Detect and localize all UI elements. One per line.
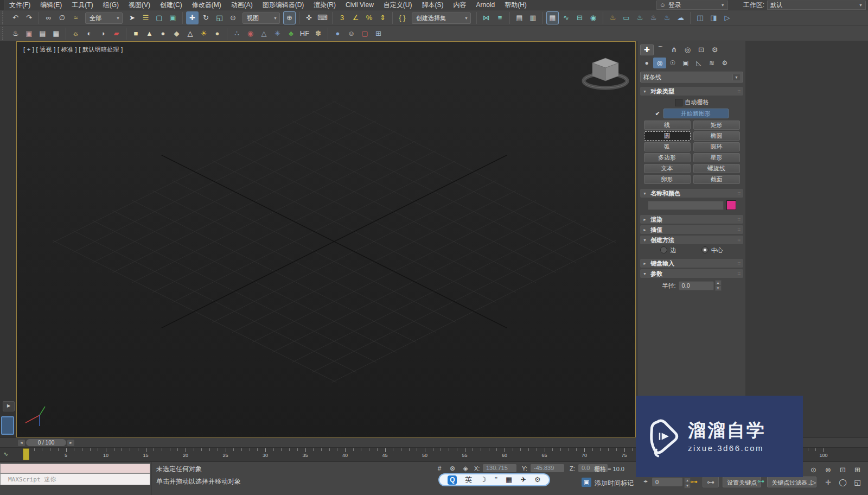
tab-motion[interactable]: ◎ [681,45,694,55]
menu-item-12[interactable]: 脚本(S) [417,0,448,10]
tab-utilities[interactable]: ⚙ [708,45,722,55]
select-and-move-button[interactable]: ✚ [186,11,199,24]
set-key-mode-button[interactable]: 设置关键点 [723,477,761,487]
shape-button-5[interactable]: 圆环 [693,142,740,151]
ring-array-button[interactable]: ✳ [271,27,284,40]
edit-named-selection-sets-button[interactable]: { } [396,11,409,24]
window-crossing-toggle[interactable]: ▣ [167,11,179,24]
shape-button-0[interactable]: 线 [644,120,691,130]
redo-button[interactable]: ↷ [23,11,35,24]
box-primitive-button[interactable]: ■ [130,27,142,40]
schematic-view-button[interactable]: ⊟ [573,11,586,24]
maximize-viewport-toggle[interactable]: ◱ [850,476,865,488]
radius-spinner[interactable]: ▲▼ [715,280,722,291]
rendered-frame-window-button[interactable]: ▭ [620,11,633,24]
grid-window-button[interactable]: ▦ [50,27,62,40]
rollout-header-name-color[interactable]: ▼ 名称和颜色 ∷ [640,189,743,198]
select-and-rotate-button[interactable]: ↻ [200,11,212,24]
time-tag-icon[interactable]: ▣ [582,478,591,487]
menu-item-14[interactable]: Arnold [471,0,500,10]
percent-snap-toggle[interactable]: % [363,11,375,24]
ribbon-toggle-button[interactable]: ▦ [546,11,559,24]
auto-key-icon[interactable]: ⊶ [690,477,698,486]
menu-item-6[interactable]: 修改器(M) [187,0,226,10]
shape-button-8[interactable]: 文本 [644,164,691,173]
menu-item-7[interactable]: 动画(A) [226,0,258,10]
select-and-place-button[interactable]: ⊙ [227,11,239,24]
rollout-header-object-type[interactable]: ▼ 对象类型 ∷ [640,87,743,96]
autodesk-app-button[interactable]: ▷ [721,11,733,24]
add-time-tag-button[interactable]: 添加时间标记 [595,479,634,488]
menu-item-9[interactable]: 渲染(R) [309,0,341,10]
toolbar-handle[interactable] [2,11,7,24]
login-dropdown[interactable]: ☺ 登录 ▼ [656,1,728,10]
mirror-button[interactable]: ⋈ [480,11,493,24]
previous-frame-button[interactable]: ◄ [18,440,25,446]
select-and-link-button[interactable]: ∞ [42,11,55,24]
named-selection-sets-dropdown[interactable]: 创建选择集▼ [412,12,471,24]
ime-tools[interactable]: ✈ [520,475,526,485]
select-by-name-button[interactable]: ☰ [139,11,152,24]
use-pivot-point-center-button[interactable]: ⊕ [283,11,296,24]
select-object-button[interactable]: ➤ [126,11,138,24]
render-gallery-button[interactable]: ◨ [707,11,720,24]
camera-projector-button[interactable]: ◐ [83,27,95,40]
shape-button-9[interactable]: 螺旋线 [693,164,740,173]
particle-systems-button[interactable]: ∴ [231,27,243,40]
align-button[interactable]: ≡ [494,11,506,24]
start-new-shape-button[interactable]: 开始新图形 [663,109,729,118]
viewcube[interactable] [576,49,635,109]
select-and-scale-button[interactable]: ◱ [213,11,226,24]
toolbar-handle[interactable] [2,27,7,40]
time-slider[interactable]: 0 / 100 [26,439,66,446]
radius-input[interactable]: 0.0 [679,281,714,290]
isolate-selection-toggle[interactable]: # [434,464,445,473]
display-panel-button[interactable]: ⊞ [372,27,385,40]
headlight-button[interactable]: ◑ [97,27,109,40]
zoom-extents-button[interactable]: ⊡ [835,464,850,476]
shape-button-1[interactable]: 矩形 [693,120,740,130]
open-mini-curve-editor-button[interactable]: ∿ [3,450,8,458]
tab-display[interactable]: ⊡ [694,45,708,55]
rectangular-selection-region-button[interactable]: ▢ [153,11,165,24]
menu-item-3[interactable]: 组(G) [98,0,124,10]
foliage-button[interactable]: ♣ [285,27,297,40]
maxscript-mini-listener-input[interactable]: MAXScript 迷你 [0,473,150,485]
current-frame-field[interactable]: 0 [652,478,682,486]
asset-list-window-button[interactable]: ▤ [36,27,49,40]
render-setup-button[interactable]: ♨ [607,11,619,24]
shape-button-3[interactable]: 椭圆 [693,131,740,141]
population-button[interactable]: ☺ [345,27,358,40]
bind-to-space-warp-button[interactable]: ≈ [69,11,82,24]
snaps-toggle-3d[interactable]: 3 [336,11,348,24]
hair-fur-button[interactable]: HF [298,27,311,40]
shape-button-7[interactable]: 星形 [693,153,740,162]
angle-snap-toggle[interactable]: ∠ [349,11,362,24]
volume-helper-button[interactable]: ▢ [359,27,371,40]
toggle-layer-explorer-button[interactable]: ▥ [527,11,539,24]
set-keys-button[interactable]: ⊶ [703,477,719,487]
render-in-cloud-button[interactable]: ☁ [674,11,687,24]
y-coordinate-field[interactable]: -45.839 [531,464,564,472]
teapot-create-button[interactable]: ♨ [9,27,22,40]
tab-modify[interactable]: ⌒ [654,45,667,55]
render-production-button[interactable]: ♨ [634,11,646,24]
start-new-shape-checkbox[interactable]: ✔ [655,110,660,117]
creation-method-edge-radio[interactable]: 边 [660,246,676,255]
ime-language-toggle[interactable]: 英 [465,475,472,485]
cat-helpers[interactable]: ◺ [692,58,705,68]
fur-dandelion-button[interactable]: ✽ [312,27,324,40]
cat-shapes[interactable]: ◎ [653,58,666,68]
rollout-header-interpolation[interactable]: ► 插值 ∷ [640,225,743,234]
frame-step-arrows[interactable]: ◂▸ [643,479,648,484]
maxscript-mini-listener-output[interactable] [0,464,150,473]
perspective-viewport[interactable]: [ + ] [ 透视 ] [ 标准 ] [ 默认明暗处理 ] [16,41,636,437]
activeshade-button[interactable]: ♨ [661,11,673,24]
selection-lock-toggle[interactable]: ⊗ [447,464,458,473]
shape-button-2[interactable]: 圆 [644,131,691,141]
blue-sphere-button[interactable]: ● [331,27,344,40]
menu-item-11[interactable]: 自定义(U) [379,0,417,10]
viewport-label[interactable]: [ + ] [ 透视 ] [ 标准 ] [ 默认明暗处理 ] [23,46,123,54]
orbit-button[interactable]: ◯ [835,476,850,488]
shape-button-11[interactable]: 截面 [693,175,740,184]
